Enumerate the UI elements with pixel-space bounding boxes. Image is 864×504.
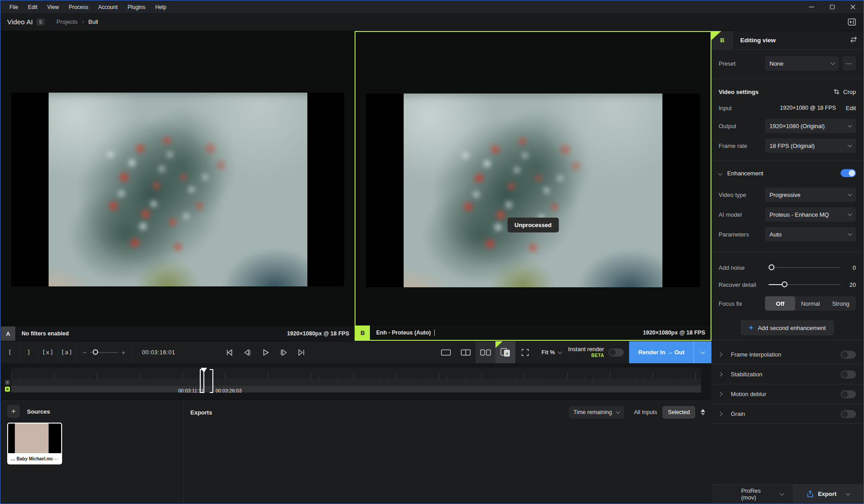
menu-process[interactable]: Process bbox=[64, 1, 93, 13]
stabilization-toggle[interactable] bbox=[841, 370, 856, 379]
zoom-in-icon[interactable]: + bbox=[122, 349, 125, 356]
breadcrumb-projects[interactable]: Projects bbox=[56, 18, 77, 25]
menu-view[interactable]: View bbox=[42, 1, 64, 13]
input-edit-button[interactable]: Edit bbox=[846, 105, 856, 112]
preset-more-button[interactable]: ⋯ bbox=[842, 56, 856, 71]
section-frame-interpolation[interactable]: Frame interpolation bbox=[711, 345, 863, 364]
focus-fix-off-button[interactable]: Off bbox=[765, 296, 795, 311]
source-clip-card[interactable]: … Baby Michael.mov ⋯ bbox=[7, 423, 62, 464]
section-grain[interactable]: Grain bbox=[711, 404, 863, 424]
view-single-button[interactable] bbox=[436, 341, 456, 364]
clear-in-out-button[interactable]: [x] bbox=[39, 341, 58, 364]
filters-status-a: No filters enabled bbox=[22, 330, 69, 337]
toolbar-right-cluster: a Fit % Instant render BETA Render In → … bbox=[436, 341, 711, 364]
sources-title: Sources bbox=[27, 408, 50, 415]
add-second-enhancement-button[interactable]: + Add second enhancement bbox=[741, 320, 834, 335]
timeline-track-b[interactable] bbox=[11, 386, 701, 392]
preview-region-icon: [a] bbox=[61, 349, 72, 356]
filter-selected-button[interactable]: Selected bbox=[662, 406, 695, 419]
zoom-slider-knob[interactable] bbox=[93, 349, 98, 355]
view-fullscreen-button[interactable] bbox=[515, 341, 535, 364]
menu-file[interactable]: File bbox=[4, 1, 23, 13]
maximize-button[interactable] bbox=[822, 1, 842, 13]
version-badge: 5 bbox=[36, 18, 45, 26]
ai-model-select[interactable]: Proteus - Enhance MQ bbox=[765, 207, 856, 222]
zoom-fit-select[interactable]: Fit % bbox=[535, 349, 568, 356]
timeline: A B 00:03:11:11 00:03:26:03 bbox=[1, 363, 711, 399]
next-frame-button[interactable] bbox=[277, 346, 290, 359]
frame-interpolation-toggle[interactable] bbox=[841, 351, 856, 359]
menu-account[interactable]: Account bbox=[93, 1, 122, 13]
play-button[interactable] bbox=[259, 346, 272, 359]
window-controls bbox=[801, 1, 863, 13]
sort-by-select[interactable]: Time remaining bbox=[569, 406, 624, 419]
enhancement-name-field[interactable]: Enh - Proteus (Auto) bbox=[376, 330, 435, 336]
output-select[interactable]: 1920×1080 (Original) bbox=[765, 119, 856, 133]
collapse-panel-icon[interactable] bbox=[846, 16, 858, 28]
export-format-select[interactable]: ProRes (mov) bbox=[731, 485, 793, 503]
view-side-by-side-button[interactable] bbox=[476, 341, 495, 364]
motion-deblur-toggle[interactable] bbox=[841, 390, 856, 398]
previous-frame-button[interactable] bbox=[241, 346, 254, 359]
video-frame-a bbox=[11, 93, 344, 286]
beta-badge: BETA bbox=[568, 353, 604, 359]
render-options-button[interactable] bbox=[693, 341, 711, 364]
menu-edit[interactable]: Edit bbox=[23, 1, 42, 13]
ai-model-label: AI model bbox=[719, 211, 742, 218]
chevron-down-icon bbox=[616, 410, 620, 414]
preset-label: Preset bbox=[719, 60, 736, 67]
render-in-out-button[interactable]: Render In → Out bbox=[629, 341, 693, 364]
exports-title: Exports bbox=[190, 409, 212, 416]
instant-render-control: Instant render BETA bbox=[568, 346, 629, 359]
breadcrumb-bar: Video AI 5 Projects › Bull bbox=[1, 13, 863, 31]
render-button-group: Render In → Out bbox=[629, 341, 711, 364]
preview-region-button[interactable]: [a] bbox=[58, 341, 76, 364]
filter-all-inputs-button[interactable]: All Inputs bbox=[629, 406, 662, 419]
recover-detail-slider[interactable] bbox=[769, 277, 841, 292]
focus-fix-segmented-control: Off Normal Strong bbox=[765, 296, 856, 311]
export-format-value: ProRes (mov) bbox=[741, 487, 776, 501]
zoom-slider[interactable] bbox=[90, 352, 118, 353]
set-out-icon: ] bbox=[27, 349, 31, 356]
grain-toggle[interactable] bbox=[841, 410, 856, 418]
section-stabilization[interactable]: Stabilization bbox=[711, 365, 863, 384]
minimize-button[interactable] bbox=[801, 1, 822, 13]
out-point-marker[interactable] bbox=[210, 369, 213, 393]
set-out-point-button[interactable]: ] bbox=[20, 341, 39, 364]
clip-more-icon[interactable]: ⋯ bbox=[53, 456, 58, 462]
export-button[interactable]: Export bbox=[793, 485, 863, 503]
b-view-marker-icon bbox=[495, 341, 503, 348]
chevron-down-icon bbox=[558, 349, 562, 354]
recover-detail-knob[interactable] bbox=[782, 281, 788, 287]
app-name: Video AI bbox=[7, 18, 33, 26]
timeline-ruler[interactable] bbox=[11, 367, 701, 379]
focus-fix-strong-button[interactable]: Strong bbox=[826, 296, 856, 311]
set-in-point-button[interactable]: [ bbox=[1, 341, 20, 364]
sidebar-header: B Editing view bbox=[711, 31, 863, 50]
sort-order-icon[interactable] bbox=[700, 409, 706, 415]
video-type-select[interactable]: Progressive bbox=[765, 187, 856, 202]
view-split-button[interactable] bbox=[456, 341, 476, 364]
add-noise-knob[interactable] bbox=[769, 264, 774, 270]
focus-fix-normal-button[interactable]: Normal bbox=[795, 296, 825, 311]
swap-views-icon[interactable] bbox=[850, 36, 858, 45]
zoom-out-icon[interactable]: − bbox=[83, 349, 86, 356]
jump-to-end-button[interactable] bbox=[295, 346, 308, 359]
view-ab-compare-button[interactable]: a bbox=[495, 341, 515, 364]
menu-plugins[interactable]: Plugins bbox=[123, 1, 150, 13]
menu-help[interactable]: Help bbox=[150, 1, 171, 13]
close-button[interactable] bbox=[842, 1, 863, 13]
frame-rate-select[interactable]: 18 FPS (Original) bbox=[765, 138, 856, 153]
add-source-button[interactable]: + bbox=[7, 405, 20, 418]
jump-to-start-button[interactable] bbox=[223, 346, 236, 359]
section-motion-deblur[interactable]: Motion deblur bbox=[711, 384, 863, 404]
preset-select[interactable]: None bbox=[765, 56, 839, 71]
parameters-select[interactable]: Auto bbox=[765, 227, 856, 241]
crop-button[interactable]: Crop bbox=[833, 89, 856, 95]
instant-render-toggle[interactable] bbox=[608, 348, 624, 357]
add-noise-slider[interactable] bbox=[769, 260, 841, 275]
collapse-enhancement-icon[interactable] bbox=[718, 171, 723, 175]
timeline-track-a[interactable] bbox=[11, 379, 701, 386]
in-point-timecode: 00:03:11:11 bbox=[178, 388, 203, 393]
enhancement-toggle[interactable] bbox=[841, 169, 856, 177]
